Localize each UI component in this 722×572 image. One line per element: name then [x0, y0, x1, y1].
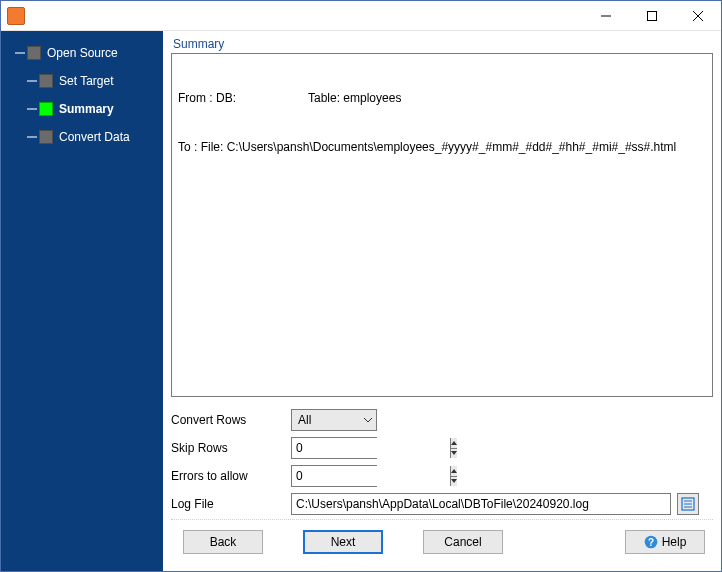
convert-rows-dropdown[interactable]: All: [291, 409, 377, 431]
browse-log-file-button[interactable]: [677, 493, 699, 515]
cancel-button-label: Cancel: [444, 535, 481, 549]
caret-up-icon: [451, 469, 457, 473]
step-box-icon: [39, 130, 53, 144]
errors-allow-input[interactable]: [292, 466, 450, 486]
browse-icon: [681, 497, 695, 511]
sidebar-item-convert-data[interactable]: Convert Data: [1, 123, 163, 151]
tree-connector-icon: [27, 80, 37, 82]
next-button-label: Next: [331, 535, 356, 549]
cancel-button[interactable]: Cancel: [423, 530, 503, 554]
sidebar: Open Source Set Target Summary Convert D…: [1, 31, 163, 571]
sidebar-item-summary[interactable]: Summary: [1, 95, 163, 123]
help-button-label: Help: [662, 535, 687, 549]
caret-down-icon: [451, 451, 457, 455]
skip-rows-down[interactable]: [451, 448, 457, 459]
sidebar-item-open-source[interactable]: Open Source: [1, 39, 163, 67]
errors-allow-label: Errors to allow: [171, 469, 291, 483]
app-icon: [7, 7, 25, 25]
step-box-icon: [39, 74, 53, 88]
close-icon: [693, 11, 703, 21]
summary-table-label: Table: employees: [308, 90, 401, 106]
help-icon: ?: [644, 535, 658, 549]
skip-rows-label: Skip Rows: [171, 441, 291, 455]
skip-rows-input[interactable]: [292, 438, 450, 458]
skip-rows-up[interactable]: [451, 438, 457, 448]
caret-down-icon: [451, 479, 457, 483]
options-form: Convert Rows All Skip Rows: [171, 407, 713, 519]
app-window: Open Source Set Target Summary Convert D…: [0, 0, 722, 572]
main-panel: Summary From : DB: Table: employees To :…: [163, 31, 721, 571]
errors-allow-up[interactable]: [451, 466, 457, 476]
svg-rect-1: [648, 11, 657, 20]
sidebar-item-label: Summary: [59, 102, 114, 116]
summary-to-line: To : File: C:\Users\pansh\Documents\empl…: [178, 139, 706, 155]
convert-rows-label: Convert Rows: [171, 413, 291, 427]
step-box-icon: [27, 46, 41, 60]
close-button[interactable]: [675, 1, 721, 31]
sidebar-item-set-target[interactable]: Set Target: [1, 67, 163, 95]
svg-text:?: ?: [648, 536, 654, 547]
tree-connector-icon: [27, 108, 37, 110]
log-file-input[interactable]: [291, 493, 671, 515]
tree-connector-icon: [27, 136, 37, 138]
next-button[interactable]: Next: [303, 530, 383, 554]
log-file-label: Log File: [171, 497, 291, 511]
sidebar-item-label: Open Source: [47, 46, 118, 60]
titlebar: [1, 1, 721, 31]
section-title: Summary: [171, 37, 713, 53]
sidebar-item-label: Set Target: [59, 74, 113, 88]
chevron-down-icon: [364, 416, 372, 424]
maximize-button[interactable]: [629, 1, 675, 31]
sidebar-item-label: Convert Data: [59, 130, 130, 144]
minimize-icon: [601, 11, 611, 21]
tree-connector-icon: [15, 52, 25, 54]
back-button[interactable]: Back: [183, 530, 263, 554]
maximize-icon: [647, 11, 657, 21]
summary-from-label: From : DB:: [178, 90, 308, 106]
skip-rows-stepper[interactable]: [291, 437, 377, 459]
back-button-label: Back: [210, 535, 237, 549]
errors-allow-down[interactable]: [451, 476, 457, 487]
wizard-footer: Back Next Cancel ? Help: [171, 519, 713, 563]
errors-allow-stepper[interactable]: [291, 465, 377, 487]
convert-rows-value: All: [298, 413, 311, 427]
step-box-icon: [39, 102, 53, 116]
caret-up-icon: [451, 441, 457, 445]
minimize-button[interactable]: [583, 1, 629, 31]
help-button[interactable]: ? Help: [625, 530, 705, 554]
summary-textarea[interactable]: From : DB: Table: employees To : File: C…: [171, 53, 713, 397]
